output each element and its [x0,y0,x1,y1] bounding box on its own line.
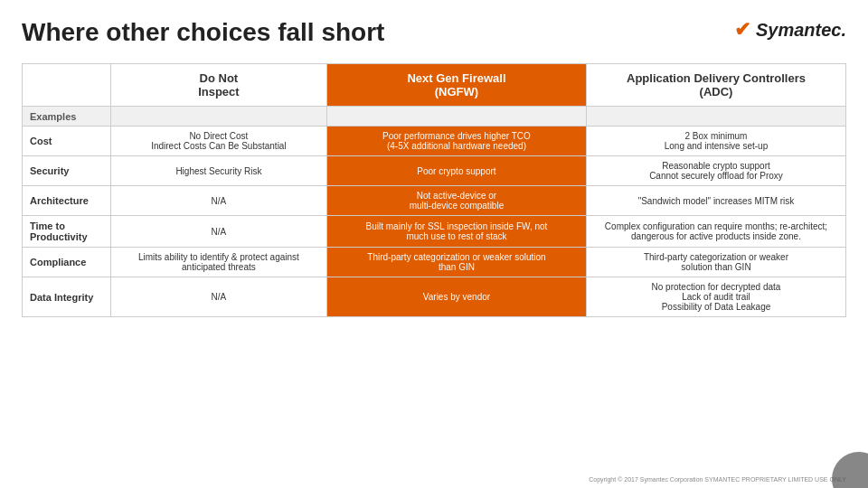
row-adc: 2 Box minimum Long and intensive set-up [586,127,845,156]
logo: ✔ Symantec. [734,18,846,42]
row-adc: "Sandwich model" increases MITM risk [586,186,845,216]
row-ngfw: Not active-device or multi-device compat… [326,186,586,216]
page-header: Where other choices fall short ✔ Symante… [22,18,846,47]
row-label: Compliance [23,248,111,277]
row-label: Architecture [23,186,111,216]
row-label: Cost [23,127,111,156]
header-label [23,64,111,107]
table-row: ArchitectureN/ANot active-device or mult… [23,186,846,216]
comparison-table: Do Not Inspect Next Gen Firewall (NGFW) … [22,63,846,317]
examples-row: Examples [23,107,846,127]
row-adc: Third-party categorization or weaker sol… [586,248,845,277]
row-ngfw: Poor crypto support [326,156,586,186]
examples-ngfw [326,107,586,127]
table-header-row: Do Not Inspect Next Gen Firewall (NGFW) … [23,64,846,107]
logo-check-icon: ✔ [734,18,750,42]
decorative-circle [832,452,868,488]
row-adc: No protection for decrypted data Lack of… [586,277,845,317]
row-ngfw: Poor performance drives higher TCO (4-5X… [326,127,586,156]
examples-adc [586,107,845,127]
row-ngfw: Built mainly for SSL inspection inside F… [326,216,586,248]
logo-text: Symantec. [756,20,846,41]
header-ngfw: Next Gen Firewall (NGFW) [326,64,586,107]
row-label: Data Integrity [23,277,111,317]
row-donotinspect: No Direct Cost Indirect Costs Can Be Sub… [110,127,326,156]
table-row: Time to ProductivityN/ABuilt mainly for … [23,216,846,248]
row-ngfw: Varies by vendor [326,277,586,317]
page-title: Where other choices fall short [22,18,384,47]
row-donotinspect: Limits ability to identify & protect aga… [110,248,326,277]
row-label: Security [23,156,111,186]
table-row: ComplianceLimits ability to identify & p… [23,248,846,277]
header-adc: Application Delivery Controllers (ADC) [586,64,845,107]
row-adc: Complex configuration can require months… [586,216,845,248]
row-label: Time to Productivity [23,216,111,248]
row-donotinspect: Highest Security Risk [110,156,326,186]
table-row: CostNo Direct Cost Indirect Costs Can Be… [23,127,846,156]
header-donotinspect: Do Not Inspect [110,64,326,107]
examples-label: Examples [23,107,111,127]
table-row: SecurityHighest Security RiskPoor crypto… [23,156,846,186]
table-row: Data IntegrityN/AVaries by vendorNo prot… [23,277,846,317]
row-donotinspect: N/A [110,216,326,248]
row-adc: Reasonable crypto support Cannot securel… [586,156,845,186]
copyright-text: Copyright © 2017 Symantec Corporation SY… [589,476,846,483]
row-ngfw: Third-party categorization or weaker sol… [326,248,586,277]
table-body: Examples CostNo Direct Cost Indirect Cos… [23,107,846,317]
page: Where other choices fall short ✔ Symante… [0,0,868,488]
examples-donotinspect [110,107,326,127]
comparison-table-wrap: Do Not Inspect Next Gen Firewall (NGFW) … [22,63,846,317]
row-donotinspect: N/A [110,186,326,216]
row-donotinspect: N/A [110,277,326,317]
